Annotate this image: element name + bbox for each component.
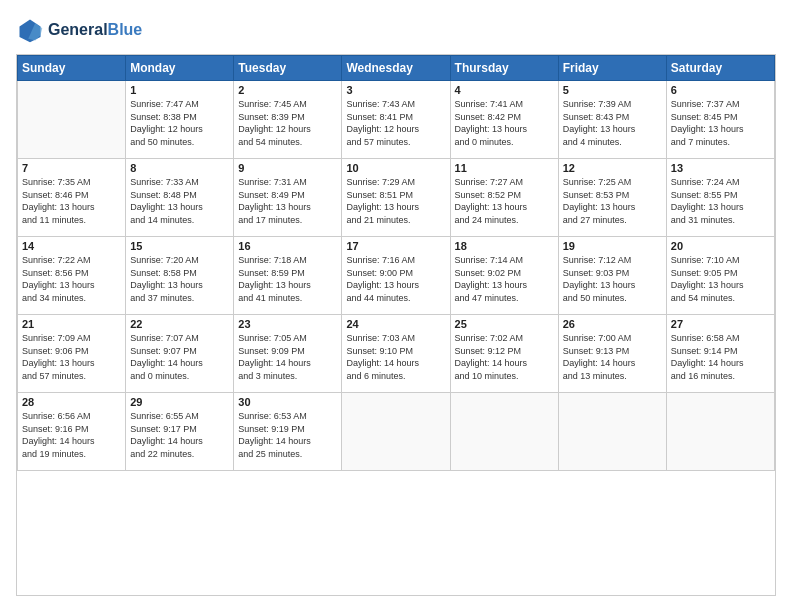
day-info: Sunrise: 7:43 AM Sunset: 8:41 PM Dayligh… [346, 98, 445, 148]
day-number: 10 [346, 162, 445, 174]
calendar-day-cell: 7Sunrise: 7:35 AM Sunset: 8:46 PM Daylig… [18, 159, 126, 237]
calendar: SundayMondayTuesdayWednesdayThursdayFrid… [16, 54, 776, 596]
day-number: 16 [238, 240, 337, 252]
day-info: Sunrise: 7:10 AM Sunset: 9:05 PM Dayligh… [671, 254, 770, 304]
calendar-day-cell: 16Sunrise: 7:18 AM Sunset: 8:59 PM Dayli… [234, 237, 342, 315]
calendar-day-cell [558, 393, 666, 471]
header-row: SundayMondayTuesdayWednesdayThursdayFrid… [18, 56, 775, 81]
header: GeneralBlue [16, 16, 776, 44]
day-info: Sunrise: 7:45 AM Sunset: 8:39 PM Dayligh… [238, 98, 337, 148]
calendar-day-cell: 17Sunrise: 7:16 AM Sunset: 9:00 PM Dayli… [342, 237, 450, 315]
day-info: Sunrise: 7:22 AM Sunset: 8:56 PM Dayligh… [22, 254, 121, 304]
day-number: 11 [455, 162, 554, 174]
day-number: 22 [130, 318, 229, 330]
day-number: 23 [238, 318, 337, 330]
day-number: 13 [671, 162, 770, 174]
calendar-day-cell: 4Sunrise: 7:41 AM Sunset: 8:42 PM Daylig… [450, 81, 558, 159]
day-info: Sunrise: 6:55 AM Sunset: 9:17 PM Dayligh… [130, 410, 229, 460]
day-number: 27 [671, 318, 770, 330]
day-info: Sunrise: 7:24 AM Sunset: 8:55 PM Dayligh… [671, 176, 770, 226]
day-number: 18 [455, 240, 554, 252]
calendar-day-cell: 24Sunrise: 7:03 AM Sunset: 9:10 PM Dayli… [342, 315, 450, 393]
day-number: 26 [563, 318, 662, 330]
day-info: Sunrise: 7:18 AM Sunset: 8:59 PM Dayligh… [238, 254, 337, 304]
calendar-week-row: 1Sunrise: 7:47 AM Sunset: 8:38 PM Daylig… [18, 81, 775, 159]
calendar-day-cell: 1Sunrise: 7:47 AM Sunset: 8:38 PM Daylig… [126, 81, 234, 159]
day-info: Sunrise: 7:12 AM Sunset: 9:03 PM Dayligh… [563, 254, 662, 304]
day-info: Sunrise: 7:00 AM Sunset: 9:13 PM Dayligh… [563, 332, 662, 382]
day-of-week-header: Saturday [666, 56, 774, 81]
day-info: Sunrise: 7:29 AM Sunset: 8:51 PM Dayligh… [346, 176, 445, 226]
day-info: Sunrise: 7:09 AM Sunset: 9:06 PM Dayligh… [22, 332, 121, 382]
day-info: Sunrise: 7:33 AM Sunset: 8:48 PM Dayligh… [130, 176, 229, 226]
logo: GeneralBlue [16, 16, 142, 44]
day-info: Sunrise: 7:05 AM Sunset: 9:09 PM Dayligh… [238, 332, 337, 382]
calendar-day-cell: 18Sunrise: 7:14 AM Sunset: 9:02 PM Dayli… [450, 237, 558, 315]
day-of-week-header: Monday [126, 56, 234, 81]
calendar-day-cell: 19Sunrise: 7:12 AM Sunset: 9:03 PM Dayli… [558, 237, 666, 315]
calendar-week-row: 7Sunrise: 7:35 AM Sunset: 8:46 PM Daylig… [18, 159, 775, 237]
day-number: 28 [22, 396, 121, 408]
calendar-day-cell: 3Sunrise: 7:43 AM Sunset: 8:41 PM Daylig… [342, 81, 450, 159]
calendar-day-cell: 12Sunrise: 7:25 AM Sunset: 8:53 PM Dayli… [558, 159, 666, 237]
calendar-day-cell: 29Sunrise: 6:55 AM Sunset: 9:17 PM Dayli… [126, 393, 234, 471]
calendar-day-cell: 6Sunrise: 7:37 AM Sunset: 8:45 PM Daylig… [666, 81, 774, 159]
calendar-day-cell: 28Sunrise: 6:56 AM Sunset: 9:16 PM Dayli… [18, 393, 126, 471]
day-number: 12 [563, 162, 662, 174]
day-number: 25 [455, 318, 554, 330]
calendar-day-cell: 9Sunrise: 7:31 AM Sunset: 8:49 PM Daylig… [234, 159, 342, 237]
day-info: Sunrise: 7:25 AM Sunset: 8:53 PM Dayligh… [563, 176, 662, 226]
calendar-day-cell: 26Sunrise: 7:00 AM Sunset: 9:13 PM Dayli… [558, 315, 666, 393]
calendar-day-cell: 30Sunrise: 6:53 AM Sunset: 9:19 PM Dayli… [234, 393, 342, 471]
calendar-day-cell: 15Sunrise: 7:20 AM Sunset: 8:58 PM Dayli… [126, 237, 234, 315]
calendar-day-cell: 22Sunrise: 7:07 AM Sunset: 9:07 PM Dayli… [126, 315, 234, 393]
day-number: 21 [22, 318, 121, 330]
day-number: 14 [22, 240, 121, 252]
calendar-day-cell [666, 393, 774, 471]
calendar-header: SundayMondayTuesdayWednesdayThursdayFrid… [18, 56, 775, 81]
day-number: 7 [22, 162, 121, 174]
calendar-week-row: 21Sunrise: 7:09 AM Sunset: 9:06 PM Dayli… [18, 315, 775, 393]
day-info: Sunrise: 6:56 AM Sunset: 9:16 PM Dayligh… [22, 410, 121, 460]
calendar-day-cell: 13Sunrise: 7:24 AM Sunset: 8:55 PM Dayli… [666, 159, 774, 237]
day-info: Sunrise: 7:20 AM Sunset: 8:58 PM Dayligh… [130, 254, 229, 304]
day-info: Sunrise: 7:03 AM Sunset: 9:10 PM Dayligh… [346, 332, 445, 382]
logo-text: GeneralBlue [48, 21, 142, 39]
day-number: 30 [238, 396, 337, 408]
calendar-day-cell [342, 393, 450, 471]
calendar-day-cell: 14Sunrise: 7:22 AM Sunset: 8:56 PM Dayli… [18, 237, 126, 315]
day-number: 5 [563, 84, 662, 96]
calendar-day-cell: 21Sunrise: 7:09 AM Sunset: 9:06 PM Dayli… [18, 315, 126, 393]
day-of-week-header: Friday [558, 56, 666, 81]
calendar-day-cell [18, 81, 126, 159]
day-info: Sunrise: 7:27 AM Sunset: 8:52 PM Dayligh… [455, 176, 554, 226]
day-info: Sunrise: 7:35 AM Sunset: 8:46 PM Dayligh… [22, 176, 121, 226]
day-number: 3 [346, 84, 445, 96]
calendar-day-cell: 8Sunrise: 7:33 AM Sunset: 8:48 PM Daylig… [126, 159, 234, 237]
day-info: Sunrise: 7:07 AM Sunset: 9:07 PM Dayligh… [130, 332, 229, 382]
calendar-day-cell [450, 393, 558, 471]
day-info: Sunrise: 7:14 AM Sunset: 9:02 PM Dayligh… [455, 254, 554, 304]
calendar-day-cell: 27Sunrise: 6:58 AM Sunset: 9:14 PM Dayli… [666, 315, 774, 393]
day-number: 2 [238, 84, 337, 96]
day-info: Sunrise: 6:53 AM Sunset: 9:19 PM Dayligh… [238, 410, 337, 460]
calendar-day-cell: 2Sunrise: 7:45 AM Sunset: 8:39 PM Daylig… [234, 81, 342, 159]
day-info: Sunrise: 7:39 AM Sunset: 8:43 PM Dayligh… [563, 98, 662, 148]
calendar-day-cell: 11Sunrise: 7:27 AM Sunset: 8:52 PM Dayli… [450, 159, 558, 237]
day-info: Sunrise: 7:41 AM Sunset: 8:42 PM Dayligh… [455, 98, 554, 148]
calendar-day-cell: 5Sunrise: 7:39 AM Sunset: 8:43 PM Daylig… [558, 81, 666, 159]
day-info: Sunrise: 6:58 AM Sunset: 9:14 PM Dayligh… [671, 332, 770, 382]
day-of-week-header: Wednesday [342, 56, 450, 81]
calendar-day-cell: 25Sunrise: 7:02 AM Sunset: 9:12 PM Dayli… [450, 315, 558, 393]
day-number: 20 [671, 240, 770, 252]
calendar-day-cell: 23Sunrise: 7:05 AM Sunset: 9:09 PM Dayli… [234, 315, 342, 393]
calendar-body: 1Sunrise: 7:47 AM Sunset: 8:38 PM Daylig… [18, 81, 775, 471]
day-number: 15 [130, 240, 229, 252]
calendar-day-cell: 10Sunrise: 7:29 AM Sunset: 8:51 PM Dayli… [342, 159, 450, 237]
day-of-week-header: Sunday [18, 56, 126, 81]
day-number: 1 [130, 84, 229, 96]
page: GeneralBlue SundayMondayTuesdayWednesday… [0, 0, 792, 612]
day-number: 4 [455, 84, 554, 96]
day-number: 29 [130, 396, 229, 408]
logo-icon [16, 16, 44, 44]
